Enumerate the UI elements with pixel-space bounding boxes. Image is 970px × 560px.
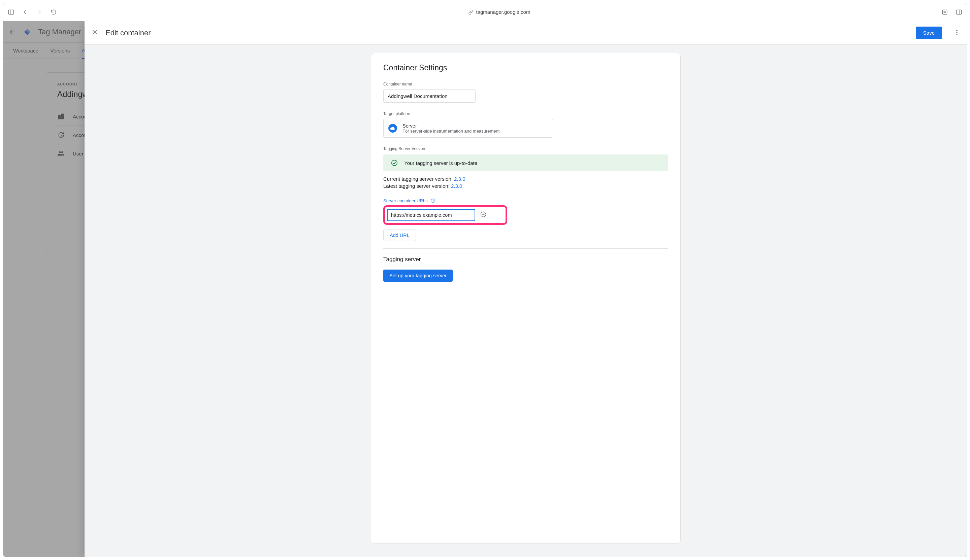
sidebar-toggle-icon[interactable]: [8, 9, 15, 15]
svg-rect-0: [9, 10, 14, 14]
reload-icon[interactable]: [50, 9, 57, 15]
server-url-input[interactable]: [387, 209, 475, 221]
current-version-link[interactable]: 2.3.0: [454, 176, 465, 182]
target-platform-box: Server For server-side instrumentation a…: [383, 119, 553, 138]
platform-desc: For server-side instrumentation and meas…: [403, 128, 500, 133]
remove-url-icon[interactable]: [480, 211, 487, 219]
status-banner: Your tagging server is up-to-date.: [383, 155, 668, 171]
more-menu-icon[interactable]: [953, 29, 960, 37]
tagging-server-heading: Tagging server: [383, 256, 668, 263]
container-name-label: Container name: [383, 82, 668, 87]
target-platform-label: Target platform: [383, 112, 668, 116]
cloud-icon: [388, 124, 397, 133]
server-urls-label[interactable]: Server container URLs: [383, 198, 668, 203]
svg-point-10: [956, 30, 957, 31]
panel-title: Edit container: [105, 28, 909, 37]
setup-tagging-server-button[interactable]: Set up your tagging server: [383, 270, 453, 282]
checkmark-circle-icon: [391, 159, 398, 167]
url-input-highlight: [383, 205, 507, 225]
help-icon[interactable]: [430, 198, 435, 203]
latest-version-line: Latest tagging server version: 2.3.0: [383, 183, 668, 189]
stack-icon[interactable]: [942, 9, 948, 15]
container-settings-card: Container Settings Container name Target…: [371, 53, 681, 543]
tagging-version-label: Tagging Server Version: [383, 147, 668, 151]
latest-version-link[interactable]: 2.3.0: [451, 183, 462, 189]
edit-container-panel: Edit container Save Container Settings C…: [85, 21, 967, 557]
nav-forward-icon[interactable]: [36, 9, 43, 15]
status-text: Your tagging server is up-to-date.: [404, 160, 478, 166]
current-version-line: Current tagging server version: 2.3.0: [383, 176, 668, 182]
settings-heading: Container Settings: [383, 63, 668, 72]
url-text: tagmanager.google.com: [476, 9, 530, 15]
lock-link-icon: [468, 9, 473, 15]
platform-name: Server: [403, 123, 500, 128]
svg-rect-2: [942, 10, 947, 14]
close-icon[interactable]: [91, 28, 99, 37]
address-bar[interactable]: tagmanager.google.com: [64, 9, 934, 15]
panel-toggle-icon[interactable]: [955, 9, 962, 15]
svg-point-12: [956, 34, 957, 35]
svg-point-11: [956, 32, 957, 33]
save-button[interactable]: Save: [916, 27, 942, 39]
browser-toolbar: tagmanager.google.com: [3, 3, 967, 21]
svg-rect-5: [957, 10, 962, 14]
add-url-button[interactable]: Add URL: [383, 230, 416, 241]
svg-point-15: [433, 202, 433, 202]
container-name-input[interactable]: [383, 89, 476, 103]
nav-back-icon[interactable]: [22, 9, 28, 15]
svg-point-13: [392, 160, 397, 166]
